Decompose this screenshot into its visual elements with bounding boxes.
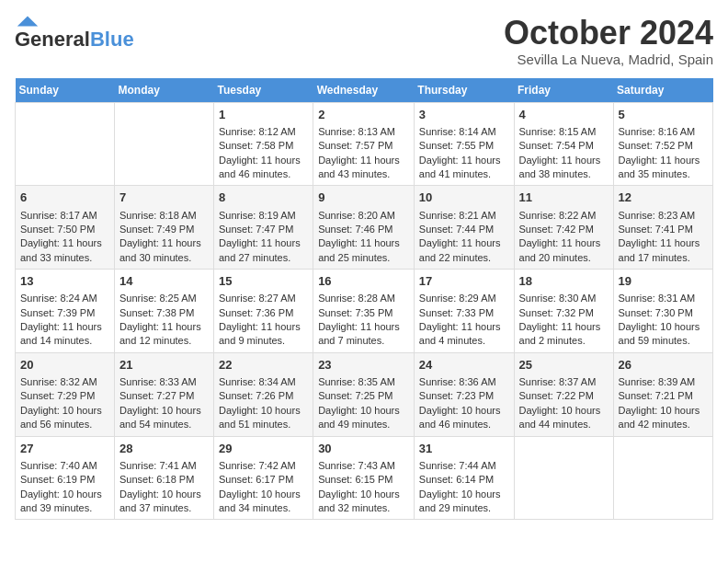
calendar-cell	[114, 102, 213, 186]
calendar-cell: 9Sunrise: 8:20 AMSunset: 7:46 PMDaylight…	[313, 186, 415, 270]
daylight-text: Daylight: 11 hours and 38 minutes.	[519, 154, 609, 182]
calendar-cell: 13Sunrise: 8:24 AMSunset: 7:39 PMDayligh…	[16, 270, 115, 353]
page-header: GeneralBlue October 2024 Sevilla La Nuev…	[15, 15, 713, 67]
daylight-text: Daylight: 11 hours and 46 minutes.	[219, 154, 308, 182]
weekday-header-monday: Monday	[114, 78, 213, 103]
weekday-header-wednesday: Wednesday	[313, 78, 415, 103]
daylight-text: Daylight: 10 hours and 51 minutes.	[219, 404, 308, 432]
sunset-text: Sunset: 7:25 PM	[318, 389, 409, 403]
calendar-cell: 7Sunrise: 8:18 AMSunset: 7:49 PMDaylight…	[114, 186, 213, 270]
sunset-text: Sunset: 7:50 PM	[20, 223, 109, 236]
daylight-text: Daylight: 10 hours and 32 minutes.	[318, 488, 409, 516]
sunset-text: Sunset: 7:27 PM	[119, 389, 209, 403]
day-number: 29	[219, 441, 308, 457]
sunset-text: Sunset: 7:54 PM	[519, 139, 609, 153]
day-number: 15	[219, 273, 308, 290]
day-number: 6	[20, 190, 109, 206]
calendar-cell: 28Sunrise: 7:41 AMSunset: 6:18 PMDayligh…	[114, 436, 213, 520]
sunrise-text: Sunrise: 8:34 AM	[219, 375, 308, 389]
sunrise-text: Sunrise: 8:35 AM	[318, 375, 409, 389]
sunset-text: Sunset: 7:55 PM	[419, 139, 509, 153]
sunrise-text: Sunrise: 8:15 AM	[519, 125, 609, 139]
sunrise-text: Sunrise: 8:16 AM	[619, 125, 708, 139]
calendar-cell: 6Sunrise: 8:17 AMSunset: 7:50 PMDaylight…	[16, 186, 115, 270]
sunset-text: Sunset: 7:44 PM	[419, 223, 509, 236]
calendar-cell	[514, 436, 613, 520]
daylight-text: Daylight: 10 hours and 54 minutes.	[119, 404, 209, 432]
sunset-text: Sunset: 7:30 PM	[619, 306, 708, 320]
sunrise-text: Sunrise: 8:17 AM	[20, 209, 109, 223]
sunset-text: Sunset: 7:36 PM	[219, 306, 308, 320]
sunrise-text: Sunrise: 8:32 AM	[20, 375, 109, 389]
day-number: 20	[20, 357, 109, 373]
daylight-text: Daylight: 10 hours and 56 minutes.	[20, 404, 109, 432]
daylight-text: Daylight: 11 hours and 33 minutes.	[20, 236, 109, 265]
calendar-cell: 29Sunrise: 7:42 AMSunset: 6:17 PMDayligh…	[213, 436, 313, 520]
calendar-cell: 30Sunrise: 7:43 AMSunset: 6:15 PMDayligh…	[313, 436, 415, 520]
day-number: 5	[619, 107, 708, 123]
calendar-table: SundayMondayTuesdayWednesdayThursdayFrid…	[15, 78, 713, 521]
day-number: 25	[519, 357, 609, 373]
day-number: 7	[119, 190, 209, 206]
calendar-cell: 21Sunrise: 8:33 AMSunset: 7:27 PMDayligh…	[114, 352, 213, 436]
day-number: 28	[119, 441, 209, 457]
calendar-cell: 12Sunrise: 8:23 AMSunset: 7:41 PMDayligh…	[613, 186, 712, 270]
sunrise-text: Sunrise: 7:43 AM	[318, 459, 409, 473]
daylight-text: Daylight: 10 hours and 44 minutes.	[519, 404, 609, 432]
day-number: 31	[419, 441, 509, 457]
calendar-cell	[613, 436, 712, 520]
logo-text: GeneralBlue	[15, 29, 134, 50]
sunset-text: Sunset: 7:52 PM	[619, 139, 708, 153]
sunset-text: Sunset: 7:21 PM	[619, 389, 708, 403]
daylight-text: Daylight: 11 hours and 27 minutes.	[219, 236, 308, 265]
logo: GeneralBlue	[15, 15, 134, 50]
daylight-text: Daylight: 11 hours and 20 minutes.	[519, 236, 609, 265]
calendar-cell: 18Sunrise: 8:30 AMSunset: 7:32 PMDayligh…	[514, 270, 613, 353]
calendar-cell: 5Sunrise: 8:16 AMSunset: 7:52 PMDaylight…	[613, 102, 712, 186]
sunrise-text: Sunrise: 8:25 AM	[119, 292, 209, 305]
calendar-cell: 20Sunrise: 8:32 AMSunset: 7:29 PMDayligh…	[16, 352, 115, 436]
daylight-text: Daylight: 11 hours and 43 minutes.	[318, 154, 409, 182]
sunset-text: Sunset: 7:29 PM	[20, 389, 109, 403]
sunrise-text: Sunrise: 8:33 AM	[119, 375, 209, 389]
daylight-text: Daylight: 11 hours and 7 minutes.	[318, 320, 409, 349]
daylight-text: Daylight: 10 hours and 49 minutes.	[318, 404, 409, 432]
daylight-text: Daylight: 11 hours and 4 minutes.	[419, 320, 509, 349]
calendar-cell: 22Sunrise: 8:34 AMSunset: 7:26 PMDayligh…	[213, 352, 313, 436]
daylight-text: Daylight: 11 hours and 17 minutes.	[619, 236, 708, 265]
sunrise-text: Sunrise: 8:14 AM	[419, 125, 509, 139]
sunrise-text: Sunrise: 8:19 AM	[219, 209, 308, 223]
location: Sevilla La Nueva, Madrid, Spain	[504, 52, 713, 67]
sunset-text: Sunset: 6:14 PM	[419, 473, 509, 487]
calendar-cell: 19Sunrise: 8:31 AMSunset: 7:30 PMDayligh…	[613, 270, 712, 353]
sunset-text: Sunset: 7:35 PM	[318, 306, 409, 320]
calendar-cell: 4Sunrise: 8:15 AMSunset: 7:54 PMDaylight…	[514, 102, 613, 186]
daylight-text: Daylight: 10 hours and 29 minutes.	[419, 488, 509, 516]
daylight-text: Daylight: 10 hours and 42 minutes.	[619, 404, 708, 432]
sunrise-text: Sunrise: 8:12 AM	[219, 125, 308, 139]
sunrise-text: Sunrise: 8:24 AM	[20, 292, 109, 305]
daylight-text: Daylight: 11 hours and 35 minutes.	[619, 154, 708, 182]
daylight-text: Daylight: 10 hours and 37 minutes.	[119, 488, 209, 516]
daylight-text: Daylight: 11 hours and 25 minutes.	[318, 236, 409, 265]
sunrise-text: Sunrise: 8:37 AM	[519, 375, 609, 389]
sunrise-text: Sunrise: 8:18 AM	[119, 209, 209, 223]
day-number: 8	[219, 190, 308, 206]
sunset-text: Sunset: 7:33 PM	[419, 306, 509, 320]
sunset-text: Sunset: 6:17 PM	[219, 473, 308, 487]
day-number: 23	[318, 357, 409, 373]
daylight-text: Daylight: 11 hours and 9 minutes.	[219, 320, 308, 349]
calendar-cell: 16Sunrise: 8:28 AMSunset: 7:35 PMDayligh…	[313, 270, 415, 353]
calendar-cell: 25Sunrise: 8:37 AMSunset: 7:22 PMDayligh…	[514, 352, 613, 436]
sunset-text: Sunset: 7:38 PM	[119, 306, 209, 320]
daylight-text: Daylight: 11 hours and 2 minutes.	[519, 320, 609, 349]
day-number: 3	[419, 107, 509, 123]
header-row: SundayMondayTuesdayWednesdayThursdayFrid…	[16, 78, 713, 103]
sunset-text: Sunset: 7:26 PM	[219, 389, 308, 403]
sunrise-text: Sunrise: 8:21 AM	[419, 209, 509, 223]
sunrise-text: Sunrise: 8:36 AM	[419, 375, 509, 389]
calendar-cell: 2Sunrise: 8:13 AMSunset: 7:57 PMDaylight…	[313, 102, 415, 186]
day-number: 10	[419, 190, 509, 206]
calendar-week-4: 20Sunrise: 8:32 AMSunset: 7:29 PMDayligh…	[16, 352, 713, 436]
daylight-text: Daylight: 10 hours and 34 minutes.	[219, 488, 308, 516]
